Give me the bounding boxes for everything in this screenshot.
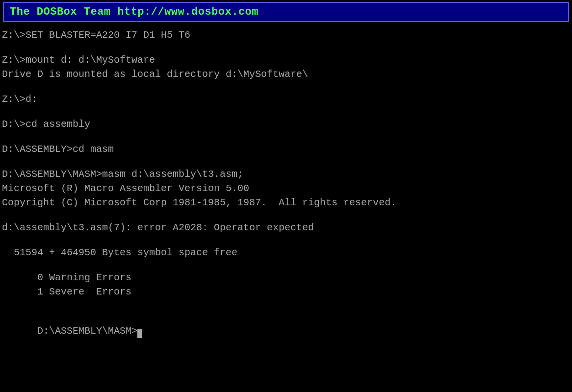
line-mount-cmd: Z:\>mount d: d:\MySoftware xyxy=(2,53,570,67)
terminal-content: Z:\>SET BLASTER=A220 I7 D1 H5 T6 Z:\>mou… xyxy=(0,24,572,354)
final-prompt-text: D:\ASSEMBLY\MASM> xyxy=(37,325,137,337)
dosbox-team-label: The DOSBox Team xyxy=(10,6,111,18)
empty-line-4 xyxy=(2,131,570,142)
line-masm-severe: 1 Severe Errors xyxy=(2,285,570,299)
dosbox-url-label: http://www.dosbox.com xyxy=(117,6,259,18)
line-masm-copyright: Copyright (C) Microsoft Corp 1981-1985, … xyxy=(2,196,570,210)
empty-line-9 xyxy=(2,299,570,310)
line-set-blaster: Z:\>SET BLASTER=A220 I7 D1 H5 T6 xyxy=(2,28,570,42)
empty-line-5 xyxy=(2,156,570,167)
line-d-cmd: Z:\>d: xyxy=(2,92,570,106)
line-masm-bytes: 51594 + 464950 Bytes symbol space free xyxy=(2,245,570,260)
cursor-block xyxy=(137,329,142,338)
empty-line-2 xyxy=(2,81,570,92)
line-final-prompt: D:\ASSEMBLY\MASM> xyxy=(2,310,570,352)
empty-line-7 xyxy=(2,235,570,245)
top-banner: The DOSBox Team http://www.dosbox.com xyxy=(3,2,569,22)
empty-line-3 xyxy=(2,106,570,117)
dos-screen: The DOSBox Team http://www.dosbox.com Z:… xyxy=(0,0,572,392)
line-masm-error: d:\assembly\t3.asm(7): error A2028: Oper… xyxy=(2,220,570,235)
line-cd-assembly: D:\>cd assembly xyxy=(2,117,570,131)
line-cd-masm: D:\ASSEMBLY>cd masm xyxy=(2,142,570,156)
line-masm-warnings: 0 Warning Errors xyxy=(2,270,570,285)
line-masm-version: Microsoft (R) Macro Assembler Version 5.… xyxy=(2,181,570,196)
line-masm-cmd: D:\ASSEMBLY\MASM>masm d:\assembly\t3.asm… xyxy=(2,167,570,181)
empty-line-6 xyxy=(2,210,570,220)
line-mount-result: Drive D is mounted as local directory d:… xyxy=(2,67,570,81)
empty-line-8 xyxy=(2,260,570,270)
empty-line-1 xyxy=(2,42,570,53)
